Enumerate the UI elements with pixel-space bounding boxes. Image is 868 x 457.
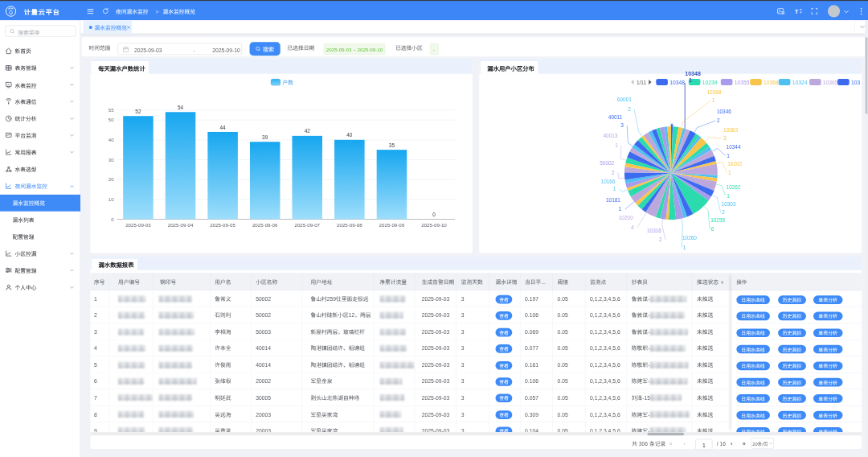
svg-text:40: 40 [346,131,353,138]
svg-text:1: 1 [613,185,616,192]
svg-text:10316: 10316 [647,227,661,234]
svg-text:10260: 10260 [682,234,697,241]
svg-text:30: 30 [108,156,114,163]
svg-text:50002: 50002 [600,159,614,167]
svg-text:2: 2 [722,208,725,216]
svg-text:10368: 10368 [707,89,722,96]
svg-text:35: 35 [389,142,395,149]
svg-text:10363: 10363 [723,126,738,134]
svg-text:2025-09-10: 2025-09-10 [421,220,447,228]
svg-text:50: 50 [108,116,114,123]
svg-text:10166: 10166 [601,177,616,184]
svg-text:1: 1 [727,191,730,199]
svg-text:10: 10 [108,196,114,203]
svg-text:10262: 10262 [727,183,741,190]
svg-text:39: 39 [262,134,268,141]
svg-text:2025-09-07: 2025-09-07 [294,220,320,228]
svg-text:1: 1 [712,97,715,104]
svg-text:2: 2 [612,169,615,176]
svg-text:20: 20 [108,175,114,183]
svg-text:2025-09-08: 2025-09-08 [337,220,362,228]
svg-text:42: 42 [304,127,310,134]
svg-text:40: 40 [108,136,114,143]
svg-text:2: 2 [717,117,720,124]
svg-text:10344: 10344 [727,143,741,150]
svg-text:10365: 10365 [823,78,838,86]
svg-text:0: 0 [432,211,436,218]
svg-text:4: 4 [631,224,634,231]
svg-text:54: 54 [178,104,184,111]
svg-text:1: 1 [619,205,622,212]
svg-text:10239: 10239 [702,78,718,86]
svg-text:2025-09-05: 2025-09-05 [210,220,235,228]
svg-text:2025-09-04: 2025-09-04 [167,220,193,228]
svg-text:10202: 10202 [727,160,742,167]
svg-text:40013: 40013 [604,132,618,139]
svg-text:52: 52 [135,108,141,115]
svg-text:10324: 10324 [792,78,808,86]
svg-text:10355: 10355 [735,78,750,86]
svg-text:10348: 10348 [685,69,701,77]
svg-text:10346: 10346 [717,108,731,115]
svg-text:2025-09-03: 2025-09-03 [125,220,151,228]
svg-text:2: 2 [659,236,662,243]
svg-text:3: 3 [620,121,624,129]
svg-text:1: 1 [727,151,730,159]
svg-text:2025-09-09: 2025-09-09 [379,220,404,228]
svg-text:10181: 10181 [606,196,620,203]
svg-text:3: 3 [723,134,727,142]
svg-text:1: 1 [615,142,618,149]
svg-text:55: 55 [108,106,114,113]
svg-text:1: 1 [689,76,692,84]
svg-text:60001: 60001 [617,96,632,103]
svg-text:1: 1 [683,244,686,251]
svg-text:2025-09-06: 2025-09-06 [252,220,278,228]
svg-text:2: 2 [628,105,631,113]
svg-text:6: 6 [711,225,714,233]
svg-text:户数: 户数 [282,78,293,86]
svg-text:44: 44 [219,123,226,130]
svg-text:10348: 10348 [669,78,685,86]
svg-text:10255: 10255 [710,216,725,224]
svg-text:10200: 10200 [619,214,633,221]
svg-text:10303: 10303 [722,200,736,208]
svg-text:10368: 10368 [764,78,779,86]
svg-text:1: 1 [728,169,731,176]
svg-text:40011: 40011 [608,113,623,121]
svg-text:103: 103 [851,78,860,86]
svg-text:0: 0 [111,216,114,223]
svg-text:1/11: 1/11 [637,79,646,86]
